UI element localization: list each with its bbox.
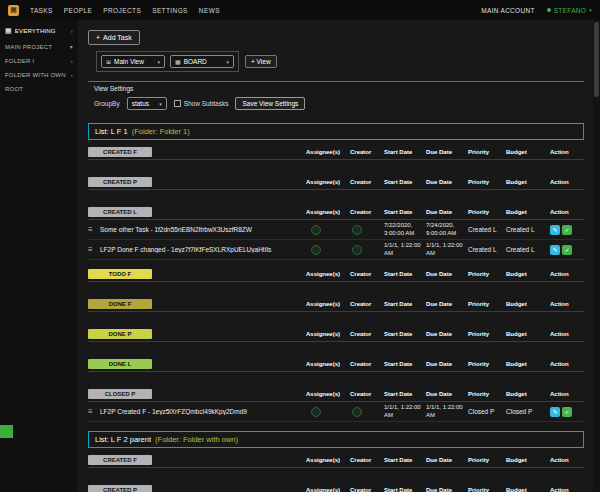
plus-icon: + xyxy=(96,34,100,41)
column-header: Assignee(s) xyxy=(306,179,350,185)
column-header: Start Date xyxy=(384,209,426,215)
task-list: List: L F 1 (Folder: Folder 1) CREATED F… xyxy=(88,123,584,422)
chevron-down-icon: ▾ xyxy=(70,43,73,50)
column-header: Creator xyxy=(350,457,384,463)
board-select[interactable]: ▦ BOARD ▾ xyxy=(170,55,234,68)
view-select[interactable]: ⊞ Main View ▾ xyxy=(101,55,165,68)
status-badge: CLOSED P xyxy=(88,389,152,399)
scrollbar-thumb[interactable] xyxy=(594,22,599,97)
creator-avatar xyxy=(352,245,362,255)
column-header: Assignee(s) xyxy=(306,487,350,492)
column-header: Start Date xyxy=(384,361,426,367)
complete-task-button[interactable]: ✓ xyxy=(562,225,572,235)
column-headers: Assignee(s)CreatorStart DateDue DatePrio… xyxy=(306,271,584,277)
add-view-button[interactable]: + View xyxy=(245,55,277,68)
task-creator xyxy=(350,407,384,417)
status-group: CREATED P Assignee(s)CreatorStart DateDu… xyxy=(88,485,584,492)
drag-handle-icon[interactable]: ≡ xyxy=(88,225,100,234)
column-header: Creator xyxy=(350,209,384,215)
column-headers: Assignee(s)CreatorStart DateDue DatePrio… xyxy=(306,391,584,397)
assignee-avatar xyxy=(311,407,321,417)
column-header: Creator xyxy=(350,149,384,155)
column-header: Priority xyxy=(468,271,506,277)
drag-handle-icon[interactable]: ≡ xyxy=(88,245,100,254)
user-menu[interactable]: STEFANO ▾ xyxy=(547,7,592,14)
column-headers: Assignee(s)CreatorStart DateDue DatePrio… xyxy=(306,301,584,307)
column-header: Creator xyxy=(350,331,384,337)
sidebar-item-folder-i[interactable]: FOLDER I › xyxy=(0,54,78,68)
group-body xyxy=(88,190,584,198)
main-content: + Add Task ⊞ Main View ▾ ▦ BOARD ▾ + Vie… xyxy=(78,20,600,492)
status-badge: CREATED P xyxy=(88,485,152,492)
task-row[interactable]: ≡ LF2P Created F - 1eyz5lXrFZQmbcI49kKpy… xyxy=(88,402,584,422)
chat-button[interactable] xyxy=(0,425,13,438)
status-group: CREATED F Assignee(s)CreatorStart DateDu… xyxy=(88,147,584,168)
edit-task-button[interactable]: ✎ xyxy=(550,225,560,235)
nav-people[interactable]: PEOPLE xyxy=(64,7,92,14)
column-header: Budget xyxy=(506,391,550,397)
column-header: Action xyxy=(550,271,584,277)
list-title: List: L F 1 xyxy=(95,127,130,136)
nav-projects[interactable]: PROJECTS xyxy=(103,7,141,14)
column-header: Action xyxy=(550,149,584,155)
task-budget: Created L xyxy=(506,226,550,233)
group-header-row: DONE L Assignee(s)CreatorStart DateDue D… xyxy=(88,359,584,372)
task-due-date: 7/24/2020, 9:00:00 AM xyxy=(426,222,468,237)
column-header: Start Date xyxy=(384,391,426,397)
task-row[interactable]: ≡ Some other Task - 1f2dn55nEBN2ItrbwX3U… xyxy=(88,220,584,240)
status-group: CLOSED P Assignee(s)CreatorStart DateDue… xyxy=(88,389,584,422)
column-header: Due Date xyxy=(426,149,468,155)
show-subtasks-checkbox[interactable] xyxy=(174,100,181,107)
column-header: Action xyxy=(550,487,584,492)
edit-task-button[interactable]: ✎ xyxy=(550,245,560,255)
column-header: Due Date xyxy=(426,271,468,277)
chevron-right-icon: › xyxy=(71,72,73,78)
sidebar: ▦ EVERYTHING › MAIN PROJECT ▾ FOLDER I ›… xyxy=(0,20,78,492)
task-assignees xyxy=(306,225,350,235)
column-header: Creator xyxy=(350,361,384,367)
sidebar-item-folder-with-own[interactable]: FOLDER WITH OWN › xyxy=(0,68,78,82)
column-header: Priority xyxy=(468,149,506,155)
column-header: Action xyxy=(550,301,584,307)
account-name[interactable]: MAIN ACCOUNT xyxy=(481,7,534,14)
online-status-icon xyxy=(547,8,551,12)
list-title-bar: List: L F 1 (Folder: Folder 1) xyxy=(88,123,584,140)
column-header: Priority xyxy=(468,209,506,215)
column-header: Creator xyxy=(350,271,384,277)
groupby-select[interactable]: status ▾ xyxy=(127,97,167,110)
nav-settings[interactable]: SETTINGS xyxy=(152,7,188,14)
column-header: Budget xyxy=(506,271,550,277)
drag-handle-icon[interactable]: ≡ xyxy=(88,407,100,416)
nav-news[interactable]: NEWS xyxy=(199,7,220,14)
chevron-right-icon: › xyxy=(71,28,73,34)
nav-tasks[interactable]: TASKS xyxy=(30,7,53,14)
group-header-row: CREATED F Assignee(s)CreatorStart DateDu… xyxy=(88,147,584,160)
group-header-row: CREATED P Assignee(s)CreatorStart DateDu… xyxy=(88,177,584,190)
task-assignees xyxy=(306,245,350,255)
task-row[interactable]: ≡ LF2P Done F changed - 1eyz7f7iKfFeSXLR… xyxy=(88,240,584,260)
column-header: Start Date xyxy=(384,457,426,463)
group-body: ≡ LF2P Created F - 1eyz5lXrFZQmbcI49kKpy… xyxy=(88,402,584,422)
groupby-label: GroupBy xyxy=(94,100,120,107)
task-start-date: 1/1/1, 1:22:00 AM xyxy=(384,404,426,419)
status-group: CREATED P Assignee(s)CreatorStart DateDu… xyxy=(88,177,584,198)
complete-task-button[interactable]: ✓ xyxy=(562,407,572,417)
edit-task-button[interactable]: ✎ xyxy=(550,407,560,417)
sidebar-item-root[interactable]: ROOT xyxy=(0,82,78,96)
save-view-settings-button[interactable]: Save View Settings xyxy=(235,97,305,110)
sidebar-item-everything[interactable]: ▦ EVERYTHING › xyxy=(0,23,78,39)
sidebar-item-label: FOLDER WITH OWN xyxy=(5,72,66,78)
chevron-down-icon: ▾ xyxy=(226,59,229,65)
scrollbar[interactable] xyxy=(593,20,600,492)
status-group: DONE F Assignee(s)CreatorStart DateDue D… xyxy=(88,299,584,320)
task-budget: Created L xyxy=(506,246,550,253)
add-task-button[interactable]: + Add Task xyxy=(88,30,140,45)
column-header: Priority xyxy=(468,391,506,397)
column-header: Assignee(s) xyxy=(306,457,350,463)
status-group: DONE P Assignee(s)CreatorStart DateDue D… xyxy=(88,329,584,350)
app-logo-icon: ▦ xyxy=(8,5,19,16)
everything-grid-icon: ▦ xyxy=(5,27,12,35)
sidebar-item-main-project[interactable]: MAIN PROJECT ▾ xyxy=(0,39,78,54)
complete-task-button[interactable]: ✓ xyxy=(562,245,572,255)
column-header: Budget xyxy=(506,331,550,337)
